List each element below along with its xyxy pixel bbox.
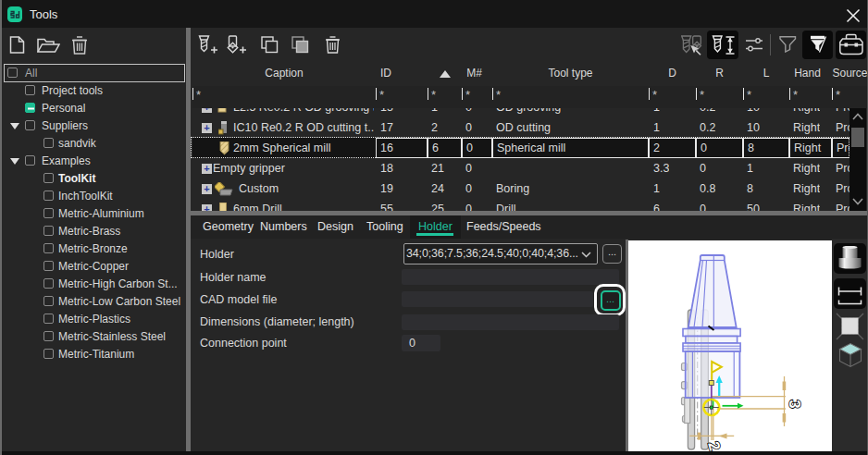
svg-text:3: 3 [786, 400, 803, 408]
